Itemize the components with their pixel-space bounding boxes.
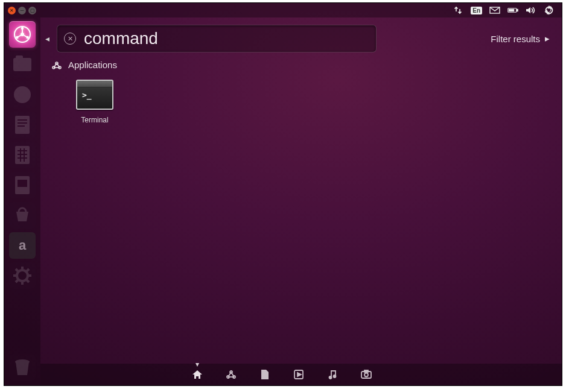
launcher-trash-icon[interactable] bbox=[9, 354, 36, 381]
app-result-terminal[interactable]: >_ Terminal bbox=[65, 80, 125, 124]
settings-gear-icon[interactable] bbox=[544, 5, 555, 15]
mail-icon[interactable] bbox=[489, 5, 500, 15]
lens-photos-icon[interactable] bbox=[360, 368, 372, 381]
dash-content: ◂ ✕ Filter results ▸ Applications >_ bbox=[40, 17, 562, 364]
svg-point-29 bbox=[17, 270, 28, 281]
svg-rect-20 bbox=[17, 125, 25, 127]
keyboard-language-indicator[interactable]: En bbox=[471, 7, 482, 14]
unity-launcher: a bbox=[4, 17, 40, 385]
svg-point-53 bbox=[334, 375, 336, 378]
filter-results-label: Filter results bbox=[491, 34, 540, 44]
lens-bar bbox=[40, 364, 562, 385]
window-maximize-button[interactable]: ▢ bbox=[28, 7, 36, 14]
applications-category-icon bbox=[51, 61, 62, 69]
launcher-calc-icon[interactable] bbox=[9, 142, 36, 168]
svg-point-55 bbox=[364, 373, 368, 377]
svg-rect-28 bbox=[17, 180, 27, 187]
lens-files-icon[interactable] bbox=[259, 368, 271, 381]
svg-rect-17 bbox=[15, 116, 30, 134]
window-close-button[interactable]: ✕ bbox=[8, 7, 16, 14]
applications-section-label: Applications bbox=[68, 60, 117, 70]
window-controls: ✕ ─ ▢ bbox=[8, 7, 36, 14]
launcher-firefox-icon[interactable] bbox=[9, 81, 36, 108]
volume-icon[interactable] bbox=[526, 5, 536, 15]
svg-rect-3 bbox=[509, 9, 514, 11]
back-chevron-icon[interactable]: ◂ bbox=[43, 34, 52, 43]
dash-search-input[interactable] bbox=[57, 25, 377, 52]
svg-rect-19 bbox=[17, 122, 27, 124]
lens-applications-icon[interactable] bbox=[225, 368, 237, 381]
svg-point-5 bbox=[548, 9, 550, 11]
system-tray: En bbox=[453, 5, 558, 15]
svg-point-16 bbox=[14, 86, 31, 103]
launcher-impress-icon[interactable] bbox=[9, 172, 36, 198]
results-grid: >_ Terminal bbox=[40, 76, 562, 124]
svg-rect-14 bbox=[13, 58, 31, 71]
applications-section-header[interactable]: Applications bbox=[40, 58, 562, 76]
svg-line-36 bbox=[16, 280, 18, 282]
lens-music-icon[interactable] bbox=[326, 368, 339, 381]
chevron-right-icon: ▸ bbox=[545, 33, 550, 44]
launcher-files-icon[interactable] bbox=[9, 51, 36, 78]
filter-results-button[interactable]: Filter results ▸ bbox=[491, 33, 550, 44]
clear-search-icon[interactable]: ✕ bbox=[64, 33, 76, 45]
dash-home-button[interactable] bbox=[9, 21, 36, 48]
battery-icon[interactable] bbox=[507, 5, 518, 15]
terminal-icon: >_ bbox=[76, 80, 113, 110]
lens-home-icon[interactable] bbox=[191, 368, 203, 381]
svg-line-35 bbox=[27, 280, 29, 282]
launcher-writer-icon[interactable] bbox=[9, 112, 36, 138]
svg-rect-15 bbox=[16, 55, 23, 59]
svg-point-52 bbox=[329, 376, 332, 379]
app-result-label: Terminal bbox=[81, 116, 108, 124]
svg-rect-56 bbox=[364, 370, 368, 372]
launcher-software-center-icon[interactable] bbox=[9, 202, 36, 229]
svg-line-37 bbox=[27, 269, 29, 271]
svg-line-34 bbox=[16, 269, 18, 271]
launcher-settings-icon[interactable] bbox=[9, 262, 36, 289]
launcher-amazon-icon[interactable]: a bbox=[9, 232, 36, 259]
network-icon[interactable] bbox=[453, 5, 463, 15]
svg-rect-18 bbox=[17, 119, 27, 121]
top-panel: ✕ ─ ▢ En bbox=[4, 3, 562, 17]
lens-video-icon[interactable] bbox=[293, 368, 305, 381]
desktop-frame: ✕ ─ ▢ En bbox=[4, 2, 562, 386]
search-field-wrap: ✕ bbox=[57, 25, 377, 52]
svg-rect-2 bbox=[517, 9, 518, 11]
window-minimize-button[interactable]: ─ bbox=[18, 7, 26, 14]
